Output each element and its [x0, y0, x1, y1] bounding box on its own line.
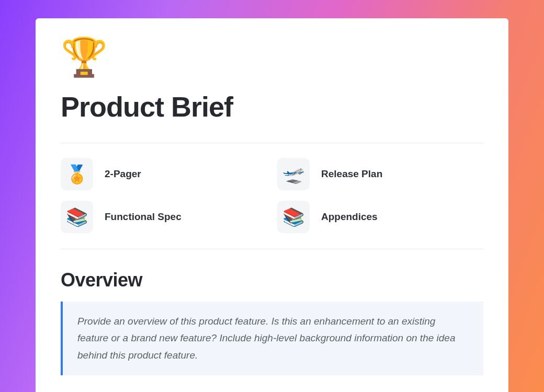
nav-item-functional-spec[interactable]: 📚 Functional Spec: [61, 201, 267, 233]
overview-callout: Provide an overview of this product feat…: [61, 302, 483, 375]
nav-grid: 🏅 2-Pager 🛫 Release Plan 📚 Functional Sp…: [61, 143, 483, 249]
books-icon: 📚: [277, 201, 310, 233]
divider-bottom: [61, 249, 483, 249]
nav-item-release-plan[interactable]: 🛫 Release Plan: [277, 158, 483, 190]
trophy-icon: 🏆: [61, 38, 483, 76]
nav-label: 2-Pager: [105, 168, 141, 180]
document-page: 🏆 Product Brief 🏅 2-Pager 🛫 Release Plan…: [36, 18, 508, 392]
books-icon: 📚: [61, 201, 93, 233]
nav-label: Release Plan: [321, 168, 382, 180]
nav-label: Functional Spec: [105, 211, 182, 223]
overview-callout-text: Provide an overview of this product feat…: [77, 313, 469, 364]
medal-icon: 🏅: [61, 158, 93, 190]
airplane-icon: 🛫: [277, 158, 310, 190]
page-title: Product Brief: [61, 90, 483, 123]
nav-item-2-pager[interactable]: 🏅 2-Pager: [61, 158, 267, 190]
overview-heading: Overview: [61, 269, 483, 291]
nav-label: Appendices: [321, 211, 378, 223]
nav-item-appendices[interactable]: 📚 Appendices: [277, 201, 483, 233]
